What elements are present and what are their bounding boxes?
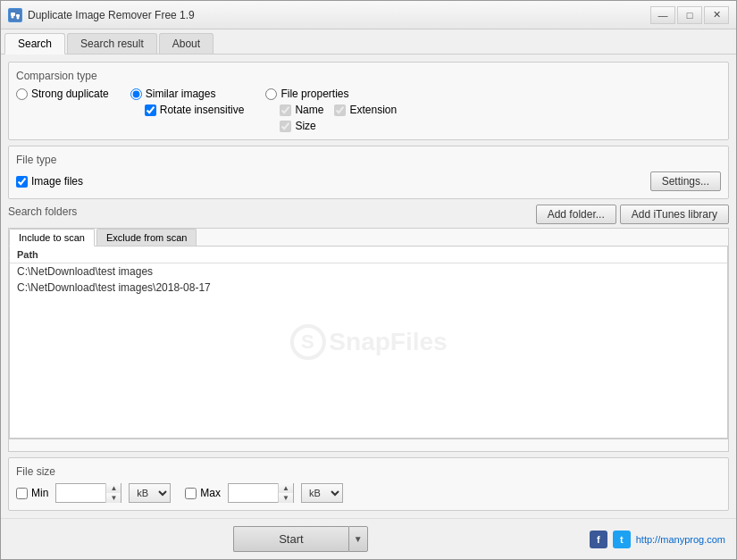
start-btn-container: Start ▼ [12,526,590,552]
rotate-insensitive-input[interactable] [145,104,156,116]
bottom-bar: Start ▼ f t http://manyprog.com [1,518,736,559]
svg-point-3 [12,15,14,18]
extension-input[interactable] [334,104,346,116]
filetype-row: Image files Settings... [16,171,721,191]
close-button[interactable]: ✕ [704,6,729,24]
radio-similar-images[interactable]: Similar images [130,88,245,100]
radio-strong-label: Strong duplicate [31,88,109,100]
checkbox-image-files[interactable]: Image files [16,175,83,188]
start-dropdown-arrow[interactable]: ▼ [348,526,368,552]
max-checkbox-input[interactable] [185,488,197,499]
radio-similar-input[interactable] [130,88,142,100]
extension-label: Extension [349,104,397,116]
image-files-input[interactable] [16,176,28,188]
min-value-input[interactable]: 0 [56,484,105,502]
min-label: Min [31,487,48,499]
folder-tab-include[interactable]: Include to scan [9,229,95,247]
folder-row-1[interactable]: C:\NetDownload\test images [10,263,727,280]
folder-tab-exclude[interactable]: Exclude from scan [96,229,197,246]
app-icon [8,8,22,22]
filetype-section: File type Image files Settings... [8,146,729,199]
folder-content: Path C:\NetDownload\test images C:\NetDo… [9,247,728,439]
watermark: S SnapFiles [289,324,447,360]
radio-fileprops-label: File properties [281,88,348,100]
checkbox-rotate-insensitive[interactable]: Rotate insensitive [145,104,245,116]
filetype-title: File type [16,154,721,166]
site-link[interactable]: http://manyprog.com [636,534,725,545]
folder-row-2[interactable]: C:\NetDownload\test images\2018-08-17 [10,280,727,296]
tab-about[interactable]: About [159,33,214,54]
add-itunes-button[interactable]: Add iTunes library [620,205,729,224]
checkbox-min[interactable]: Min [16,487,48,499]
horizontal-scrollbar[interactable] [9,439,728,451]
size-input[interactable] [280,121,291,132]
start-button-group: Start ▼ [233,526,367,552]
size-label: Size [295,120,315,132]
max-spin-down[interactable]: ▼ [279,493,293,503]
rotate-insensitive-label: Rotate insensitive [160,104,245,116]
folder-column-header: Path [10,247,727,263]
social-bar: f t http://manyprog.com [590,531,725,548]
folders-title: Search folders [8,205,77,218]
checkbox-name[interactable]: Name [280,104,323,116]
filesize-controls: Min 0 ▲ ▼ kB MB GB Max [16,483,721,503]
checkbox-max[interactable]: Max [185,487,221,499]
filesize-section: File size Min 0 ▲ ▼ kB MB GB [8,457,729,511]
settings-button[interactable]: Settings... [650,171,721,191]
title-bar: Duplicate Image Remover Free 1.9 — □ ✕ [1,1,736,29]
max-spinbox-arrows: ▲ ▼ [278,483,293,503]
main-content: Comparsion type Strong duplicate Similar… [1,54,736,518]
minimize-button[interactable]: — [650,6,675,24]
max-label: Max [200,487,221,499]
name-label: Name [295,104,323,116]
max-unit-select[interactable]: kB MB GB [301,483,343,503]
maximize-button[interactable]: □ [677,6,702,24]
search-folders-section: Search folders Add folder... Add iTunes … [8,205,729,452]
window-controls: — □ ✕ [650,6,729,24]
name-input[interactable] [280,104,291,116]
min-checkbox-input[interactable] [16,488,28,499]
folders-container: Include to scan Exclude from scan Path C… [8,228,729,452]
radio-fileprops-input[interactable] [265,88,277,100]
min-spin-down[interactable]: ▼ [106,493,121,503]
checkbox-extension[interactable]: Extension [334,104,397,116]
max-spinbox[interactable]: 0 ▲ ▼ [228,483,294,503]
folder-buttons: Add folder... Add iTunes library [536,205,729,224]
facebook-icon[interactable]: f [590,531,607,548]
add-folder-button[interactable]: Add folder... [536,205,616,224]
tab-search-result[interactable]: Search result [67,33,157,54]
folder-tab-bar: Include to scan Exclude from scan [9,229,728,247]
svg-point-4 [17,16,20,19]
folders-header: Search folders Add folder... Add iTunes … [8,205,729,224]
window-title: Duplicate Image Remover Free 1.9 [28,9,650,21]
svg-rect-1 [11,13,15,16]
radio-file-properties[interactable]: File properties [265,88,397,100]
checkbox-size[interactable]: Size [280,120,397,132]
image-files-label: Image files [31,175,83,188]
radio-strong-duplicate[interactable]: Strong duplicate [16,88,109,100]
tab-bar: Search Search result About [1,29,736,54]
comparison-title: Comparsion type [16,70,721,82]
radio-strong-input[interactable] [16,88,28,100]
filesize-title: File size [16,465,721,478]
min-spinbox[interactable]: 0 ▲ ▼ [55,483,121,503]
twitter-icon[interactable]: t [613,531,631,548]
min-unit-select[interactable]: kB MB GB [129,483,171,503]
max-spin-up[interactable]: ▲ [279,483,293,493]
start-button[interactable]: Start [233,526,348,552]
max-value-input[interactable]: 0 [229,484,278,502]
tab-search[interactable]: Search [4,33,65,54]
min-spin-up[interactable]: ▲ [106,483,121,493]
radio-similar-label: Similar images [146,88,216,100]
min-spinbox-arrows: ▲ ▼ [105,483,121,503]
comparison-section: Comparsion type Strong duplicate Similar… [8,62,729,140]
main-window: Duplicate Image Remover Free 1.9 — □ ✕ S… [0,0,737,560]
